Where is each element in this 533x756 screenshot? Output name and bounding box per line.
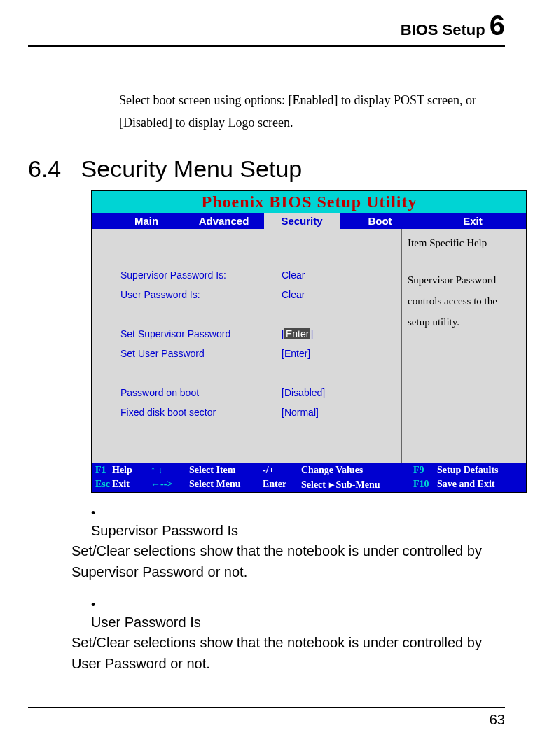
list-item: • Supervisor Password Is Set/Clear selec…: [91, 506, 505, 582]
label-set-supervisor: Set Supervisor Password: [92, 328, 282, 340]
page-number: 63: [490, 712, 505, 727]
label-select-menu: Select Menu: [189, 479, 263, 490]
section-title: Security Menu Setup: [81, 155, 303, 182]
footer-row-2: Esc Exit ←--> Select Menu Enter Select S…: [92, 477, 526, 492]
key-f1: F1: [92, 465, 112, 476]
bullet-icon: •: [91, 598, 111, 612]
header-title: BIOS Setup: [401, 21, 490, 38]
label-pw-boot: Password on boot: [92, 387, 282, 398]
tab-security[interactable]: Security: [264, 213, 340, 229]
bios-body: Supervisor Password Is: Clear User Passw…: [92, 229, 526, 463]
bios-left-panel: Supervisor Password Is: Clear User Passw…: [92, 229, 401, 463]
bullet-title: Supervisor Password Is: [91, 523, 238, 538]
label-set-user: Set User Password: [92, 348, 282, 359]
label-select-submenu: Select Sub-Menu: [301, 479, 413, 491]
bullet-desc: Set/Clear selections show that the noteb…: [71, 632, 499, 674]
section-number: 6.4: [28, 155, 61, 182]
label-fixed-disk: Fixed disk boot sector: [92, 407, 282, 418]
footer-row-1: F1 Help ↑ ↓ Select Item -/+ Change Value…: [92, 463, 526, 477]
list-item: • User Password Is Set/Clear selections …: [91, 598, 505, 674]
key-f10: F10: [413, 479, 437, 490]
bios-setup-screenshot: Phoenix BIOS Setup Utility Main Advanced…: [91, 190, 527, 493]
bios-title: Phoenix BIOS Setup Utility: [92, 191, 526, 213]
row-password-on-boot[interactable]: Password on boot [Disabled]: [92, 383, 401, 402]
page-header: BIOS Setup 6: [28, 0, 505, 47]
row-user-pw-is: User Password Is: Clear: [92, 285, 401, 304]
bullet-icon: •: [91, 506, 111, 521]
page-footer: 63: [28, 707, 505, 728]
label-enter: Enter: [263, 479, 301, 490]
label-help: Help: [112, 465, 151, 476]
key-esc: Esc: [92, 479, 112, 490]
bullet-desc: Set/Clear selections show that the noteb…: [71, 540, 499, 582]
row-set-supervisor-pw[interactable]: Set Supervisor Password [Enter]: [92, 324, 401, 344]
key-f9: F9: [413, 465, 437, 476]
label-supervisor-pw: Supervisor Password Is:: [92, 270, 282, 281]
bios-footer: F1 Help ↑ ↓ Select Item -/+ Change Value…: [92, 463, 526, 492]
value-fixed-disk: [Normal]: [282, 407, 387, 418]
intro-paragraph: Select boot screen using options: [Enabl…: [119, 89, 505, 134]
section-heading: 6.4 Security Menu Setup: [28, 155, 505, 183]
arrows-leftright-icon: ←-->: [151, 479, 189, 490]
label-change-values: Change Values: [301, 465, 413, 476]
bios-tab-bar: Main Advanced Security Boot Exit: [92, 213, 526, 229]
label-setup-defaults: Setup Defaults: [437, 465, 499, 476]
value-set-supervisor: [Enter]: [282, 328, 387, 340]
arrows-updown-icon: ↑ ↓: [151, 465, 189, 476]
tab-exit[interactable]: Exit: [420, 213, 525, 229]
tab-advanced[interactable]: Advanced: [184, 213, 264, 229]
label-select-item: Select Item: [189, 465, 263, 476]
header-chapter-number: 6: [490, 10, 505, 41]
value-pw-boot: [Disabled]: [282, 387, 387, 398]
bullet-title: User Password Is: [91, 615, 201, 630]
label-user-pw: User Password Is:: [92, 289, 282, 300]
tab-boot[interactable]: Boot: [340, 213, 420, 229]
triangle-right-icon: [328, 479, 335, 490]
label-exit: Exit: [112, 479, 151, 490]
label-plusminus: -/+: [263, 465, 301, 476]
highlighted-enter: Enter: [284, 328, 310, 340]
value-set-user: [Enter]: [282, 348, 387, 359]
value-supervisor-pw: Clear: [282, 270, 387, 281]
row-set-user-pw[interactable]: Set User Password [Enter]: [92, 344, 401, 363]
label-save-exit: Save and Exit: [437, 479, 494, 490]
value-user-pw: Clear: [282, 289, 387, 300]
tab-main[interactable]: Main: [92, 213, 184, 229]
bios-help-panel: Item Specific Help Supervisor Password c…: [401, 229, 526, 463]
help-body: Supervisor Password controls access to t…: [402, 262, 526, 340]
row-fixed-disk[interactable]: Fixed disk boot sector [Normal]: [92, 402, 401, 422]
row-supervisor-pw-is: Supervisor Password Is: Clear: [92, 265, 401, 285]
bullet-list: • Supervisor Password Is Set/Clear selec…: [91, 506, 505, 674]
help-header: Item Specific Help: [402, 229, 526, 262]
